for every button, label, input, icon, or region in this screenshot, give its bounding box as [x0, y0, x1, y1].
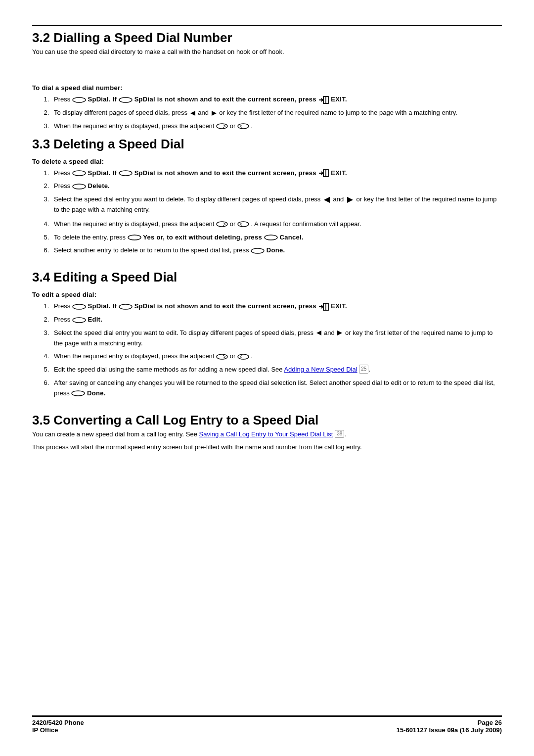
- heading-32: 3.2 Dialling a Speed Dial Number: [32, 30, 502, 46]
- footer-left-2: IP Office: [32, 726, 58, 734]
- softkey-icon: [119, 302, 133, 310]
- lead-32: To dial a speed dial number:: [32, 84, 502, 92]
- softkey-left-icon: [237, 352, 249, 360]
- footer-left-1: 2420/5420 Phone: [32, 719, 84, 726]
- footer-rule: [32, 715, 502, 717]
- link-saving-call-log[interactable]: Saving a Call Log Entry to Your Speed Di…: [199, 430, 333, 438]
- link-adding-new-speed-dial[interactable]: Adding a New Speed Dial: [284, 366, 357, 373]
- list-32: Press SpDial. If SpDial is not shown and…: [32, 94, 502, 131]
- softkey-icon: [264, 234, 278, 241]
- svg-point-7: [119, 171, 132, 176]
- softkey-right-icon: [216, 220, 228, 228]
- lead-34: To edit a speed dial:: [32, 291, 502, 298]
- softkey-icon: [72, 169, 86, 177]
- svg-point-6: [73, 171, 86, 176]
- list-item: After saving or canceling any changes yo…: [51, 378, 502, 399]
- lead-33: To delete a speed dial:: [32, 158, 502, 165]
- right-arrow-icon: [336, 329, 343, 336]
- intro-32: You can use the speed dial directory to …: [32, 47, 502, 56]
- softkey-icon: [251, 246, 265, 254]
- list-item: Select the speed dial entry you want to …: [51, 328, 502, 349]
- top-rule: [32, 25, 502, 26]
- list-item: Press SpDial. If SpDial is not shown and…: [51, 94, 502, 105]
- exit-icon: [318, 95, 329, 103]
- footer-right-2: 15-601127 Issue 09a (16 July 2009): [397, 726, 502, 734]
- para-35-2: This process will start the normal speed…: [32, 443, 502, 452]
- svg-point-17: [119, 304, 132, 309]
- page-footer: 2420/5420 Phone Page 26 IP Office 15-601…: [32, 715, 502, 734]
- svg-point-0: [73, 97, 86, 102]
- list-item: When the required entry is displayed, pr…: [51, 351, 502, 362]
- left-arrow-icon: [189, 109, 196, 116]
- softkey-icon: [119, 169, 133, 177]
- page-ref-badge: 25: [359, 365, 368, 374]
- svg-point-15: [251, 248, 264, 253]
- softkey-icon: [72, 316, 86, 323]
- list-item: When the required entry is displayed, pr…: [51, 219, 502, 230]
- softkey-icon: [72, 302, 86, 310]
- softkey-icon: [71, 389, 85, 397]
- softkey-right-icon: [216, 122, 228, 130]
- list-34: Press SpDial. If SpDial is not shown and…: [32, 301, 502, 398]
- left-arrow-icon: [315, 329, 322, 336]
- right-arrow-icon: [211, 109, 218, 116]
- list-item: To delete the entry, press Yes or, to ex…: [51, 233, 502, 243]
- softkey-icon: [72, 182, 86, 189]
- list-item: Press Delete.: [51, 181, 502, 191]
- list-item: Press SpDial. If SpDial is not shown and…: [51, 301, 502, 312]
- exit-icon: [318, 302, 329, 310]
- svg-point-16: [73, 304, 86, 309]
- softkey-icon: [119, 95, 133, 103]
- svg-point-14: [265, 235, 277, 240]
- softkey-right-icon: [216, 352, 228, 360]
- document-page: 3.2 Dialling a Speed Dial Number You can…: [0, 0, 534, 452]
- softkey-left-icon: [237, 220, 249, 228]
- svg-point-23: [72, 391, 85, 396]
- exit-icon: [318, 169, 329, 177]
- softkey-icon: [72, 95, 86, 103]
- left-arrow-icon: [322, 195, 331, 203]
- right-arrow-icon: [346, 195, 355, 203]
- svg-point-20: [73, 318, 86, 323]
- list-33: Press SpDial. If SpDial is not shown and…: [32, 168, 502, 256]
- page-ref-badge: 38: [335, 430, 344, 438]
- list-item: Press Edit.: [51, 315, 502, 325]
- footer-right-1: Page 26: [478, 719, 502, 726]
- heading-33: 3.3 Deleting a Speed Dial: [32, 137, 502, 152]
- list-item: Select another entry to delete or to ret…: [51, 245, 502, 256]
- list-item: Select the speed dial entry you want to …: [51, 194, 502, 216]
- svg-point-1: [119, 97, 132, 102]
- softkey-icon: [128, 234, 141, 241]
- heading-34: 3.4 Editing a Speed Dial: [32, 270, 502, 285]
- para-35-1: You can create a new speed dial from a c…: [32, 430, 502, 439]
- softkey-left-icon: [237, 122, 249, 130]
- svg-point-13: [128, 235, 141, 240]
- svg-point-10: [73, 184, 86, 189]
- list-item: To display different pages of speed dial…: [51, 108, 502, 118]
- list-item: Edit the speed dial using the same metho…: [51, 365, 502, 375]
- list-item: When the required entry is displayed, pr…: [51, 121, 502, 132]
- list-item: Press SpDial. If SpDial is not shown and…: [51, 168, 502, 179]
- heading-35: 3.5 Converting a Call Log Entry to a Spe…: [32, 413, 502, 428]
